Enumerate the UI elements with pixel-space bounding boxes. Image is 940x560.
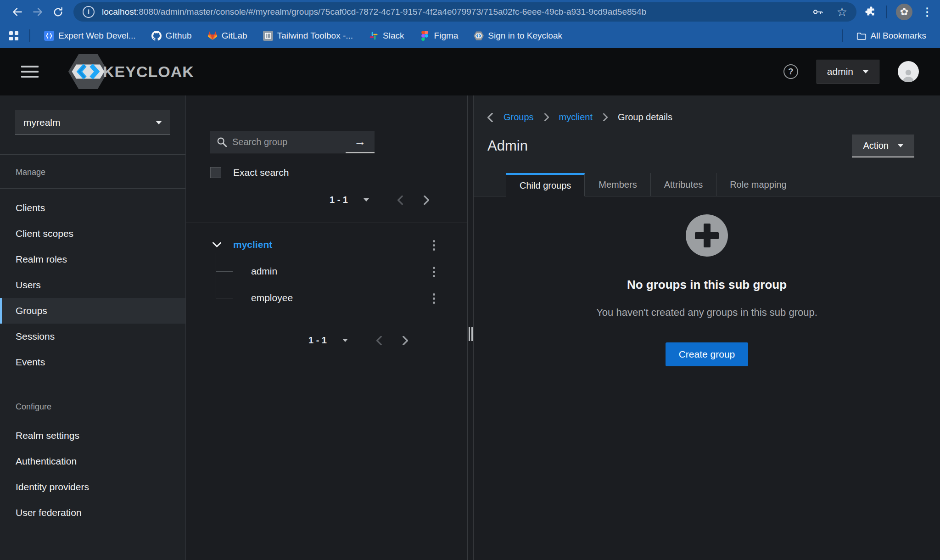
kebab-menu-icon[interactable] (433, 293, 435, 296)
pagination-top: 1 - 1 (186, 195, 467, 205)
sidebar-item-events[interactable]: Events (0, 349, 185, 375)
bookmark-github[interactable]: GIthub (147, 31, 196, 41)
chevron-down-icon (156, 121, 162, 124)
bookmark-figma[interactable]: Figma (415, 31, 463, 41)
reload-icon[interactable] (48, 2, 68, 22)
sidebar-item-sessions[interactable]: Sessions (0, 324, 185, 349)
pagination-options-caret[interactable] (342, 339, 348, 342)
bookmark-keycloak[interactable]: Sign in to Keycloak (469, 31, 567, 41)
bookmark-label: Tailwind Toolbox -... (277, 31, 353, 41)
realm-selector[interactable]: myrealm (15, 110, 170, 135)
bookmarks-separator (842, 29, 843, 42)
bookmark-label: GIthub (166, 31, 192, 41)
kebab-menu-icon[interactable] (433, 267, 435, 269)
keycloak-logo[interactable]: KEYCLOAK (68, 54, 194, 89)
back-icon[interactable] (7, 2, 28, 22)
bookmark-tailwind[interactable]: Tailwind Toolbox -... (258, 31, 358, 41)
sidebar-item-user-federation[interactable]: User federation (0, 500, 185, 526)
keycloak-favicon (474, 31, 484, 41)
exact-search-label: Exact search (233, 167, 289, 178)
sidebar-item-realm-settings[interactable]: Realm settings (0, 423, 185, 448)
sidebar-item-client-scopes[interactable]: Client scopes (0, 221, 185, 246)
url-host: localhost (102, 7, 136, 17)
tree-item-label[interactable]: myclient (233, 239, 272, 250)
group-details-panel: Groups myclient Group details Admin Acti… (474, 95, 940, 560)
forward-icon[interactable] (28, 2, 48, 22)
breadcrumb: Groups myclient Group details (474, 95, 940, 123)
bookmark-expert-web[interactable]: Expert Web Devel... (39, 31, 140, 41)
gitlab-favicon (207, 31, 218, 41)
breadcrumb-myclient-link[interactable]: myclient (559, 112, 593, 123)
user-avatar[interactable] (898, 61, 919, 82)
sidebar-item-groups[interactable]: Groups (0, 298, 185, 324)
sidebar-item-clients[interactable]: Clients (0, 195, 185, 221)
tailwind-favicon (263, 31, 273, 41)
password-key-icon[interactable] (812, 6, 824, 18)
empty-state-title: No groups in this sub group (627, 278, 787, 292)
browser-toolbar: i localhost:8080/admin/master/console/#/… (0, 0, 940, 24)
panel-resize-divider[interactable] (467, 95, 474, 560)
search-group-input[interactable] (210, 131, 346, 153)
realm-selector-label: myrealm (23, 117, 61, 128)
apps-grid-icon[interactable] (9, 31, 18, 40)
chevron-down-icon (862, 70, 869, 73)
tree-children: admin employee (186, 258, 467, 311)
masthead: KEYCLOAK ? admin (0, 48, 940, 95)
tab-child-groups[interactable]: Child groups (506, 173, 585, 196)
drag-handle-icon[interactable] (469, 327, 473, 341)
create-group-button[interactable]: Create group (666, 342, 749, 366)
slack-favicon (369, 31, 379, 41)
search-icon (217, 137, 227, 147)
bookmarks-separator (29, 29, 30, 42)
tree-item-label[interactable]: employee (251, 292, 293, 303)
tree-item-label[interactable]: admin (251, 266, 277, 277)
bookmark-label: Figma (434, 31, 459, 41)
action-dropdown-label: Action (863, 140, 889, 151)
figma-favicon (420, 31, 430, 41)
sidebar-item-identity-providers[interactable]: Identity providers (0, 474, 185, 500)
user-menu-button[interactable]: admin (817, 60, 879, 84)
pagination-prev-icon[interactable] (366, 336, 392, 345)
search-submit-button[interactable]: → (346, 131, 375, 153)
sidebar-item-users[interactable]: Users (0, 272, 185, 298)
all-bookmarks-label: All Bookmarks (871, 31, 926, 41)
tree-item-admin[interactable]: admin (186, 258, 467, 285)
all-bookmarks-button[interactable]: All Bookmarks (852, 31, 931, 41)
action-dropdown-button[interactable]: Action (852, 134, 914, 157)
groups-tree-panel: → Exact search 1 - 1 myclient (186, 95, 467, 560)
tree-item-employee[interactable]: employee (186, 285, 467, 311)
browser-profile-avatar[interactable]: ✿ (896, 4, 912, 20)
pagination-next-icon[interactable] (413, 196, 439, 205)
kebab-menu-icon[interactable] (433, 240, 435, 242)
sidebar-item-authentication[interactable]: Authentication (0, 448, 185, 474)
exact-search-checkbox[interactable] (210, 167, 221, 178)
tab-role-mapping[interactable]: Role mapping (716, 173, 800, 196)
keycloak-logo-text: KEYCLOAK (103, 63, 194, 81)
pagination-prev-icon[interactable] (387, 196, 413, 205)
address-bar[interactable]: i localhost:8080/admin/master/console/#/… (73, 2, 856, 22)
help-icon[interactable]: ? (783, 64, 798, 79)
browser-menu-icon[interactable]: ⋮ (922, 6, 933, 18)
site-info-icon[interactable]: i (83, 6, 95, 18)
pagination-options-caret[interactable] (364, 198, 369, 202)
breadcrumb-back-icon[interactable] (487, 113, 493, 122)
sidebar-item-realm-roles[interactable]: Realm roles (0, 246, 185, 272)
breadcrumb-groups-link[interactable]: Groups (504, 112, 534, 123)
extensions-icon[interactable] (865, 6, 877, 18)
bookmark-label: Expert Web Devel... (58, 31, 136, 41)
tree-expand-chevron-icon[interactable] (213, 242, 221, 248)
breadcrumb-separator-icon (544, 113, 549, 121)
bookmark-slack[interactable]: Slack (364, 31, 408, 41)
bookmark-star-icon[interactable]: ☆ (837, 5, 847, 19)
nav-toggle-hamburger-icon[interactable] (21, 66, 39, 78)
tree-item-myclient[interactable]: myclient (186, 231, 467, 258)
github-favicon (151, 31, 162, 41)
chevron-down-icon (898, 144, 903, 147)
pagination-next-icon[interactable] (392, 336, 418, 345)
tab-attributes[interactable]: Attributes (650, 173, 716, 196)
search-group-field[interactable] (210, 131, 346, 153)
bookmark-gitlab[interactable]: GitLab (203, 31, 252, 41)
tab-members[interactable]: Members (585, 173, 650, 196)
bookmark-label: GitLab (222, 31, 247, 41)
url-text[interactable]: localhost:8080/admin/master/console/#/my… (102, 7, 805, 17)
